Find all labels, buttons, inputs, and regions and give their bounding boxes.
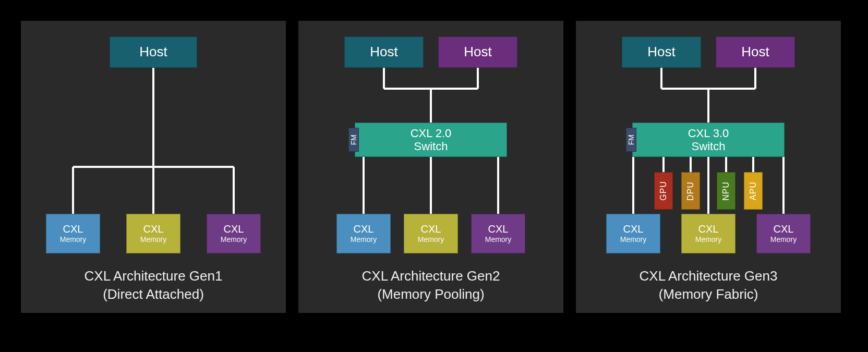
host-label: Host [139, 44, 167, 60]
cxl-memory-1: CXL Memory [46, 214, 100, 253]
switch-box: CXL 2.0 Switch [355, 123, 507, 157]
mem-sub: Memory [351, 235, 377, 244]
accel-npu: NPU [717, 172, 736, 210]
host-a-box: Host [622, 37, 701, 68]
switch-box: CXL 3.0 Switch [632, 123, 785, 157]
accel-label: NPU [721, 181, 731, 201]
cxl-memory-1: CXL Memory [336, 214, 391, 253]
panel-gen3: Host Host CXL 3.0 Switch FM GPU DPU NPU … [576, 21, 841, 313]
host-a-label: Host [647, 44, 675, 60]
accel-dpu: DPU [681, 172, 700, 210]
host-a-label: Host [370, 44, 397, 60]
fm-tag: FM [348, 128, 359, 152]
host-box: Host [110, 37, 197, 68]
mem-title: CXL [63, 223, 83, 235]
cxl-memory-3: CXL Memory [207, 214, 261, 253]
caption-gen3: CXL Architecture Gen3 (Memory Fabric) [576, 267, 841, 304]
host-b-box: Host [438, 37, 517, 68]
mem-sub: Memory [60, 235, 87, 244]
caption-line2: (Direct Attached) [21, 285, 286, 304]
caption-gen2: CXL Architecture Gen2 (Memory Pooling) [298, 267, 563, 304]
accel-label: GPU [659, 181, 668, 201]
mem-title: CXL [623, 223, 644, 235]
mem-sub: Memory [770, 235, 797, 244]
mem-title: CXL [421, 223, 441, 235]
cxl-memory-3: CXL Memory [471, 214, 525, 253]
fm-tag: FM [626, 128, 636, 152]
panel-gen1: Host CXL Memory CXL Memory CXL Memory CX… [21, 21, 286, 313]
accel-label: DPU [686, 181, 695, 201]
mem-sub: Memory [221, 235, 247, 244]
fm-label: FM [349, 135, 358, 145]
switch-line1: CXL 3.0 [688, 127, 729, 140]
mem-sub: Memory [695, 235, 722, 244]
accel-label: APU [749, 181, 758, 200]
switch-line1: CXL 2.0 [411, 127, 452, 140]
mem-sub: Memory [140, 235, 167, 244]
mem-title: CXL [224, 223, 244, 235]
mem-title: CXL [143, 223, 164, 235]
host-b-box: Host [716, 37, 795, 68]
caption-line1: CXL Architecture Gen2 [298, 267, 563, 285]
mem-sub: Memory [620, 235, 647, 244]
mem-sub: Memory [418, 235, 444, 244]
caption-line2: (Memory Fabric) [576, 285, 841, 304]
cxl-memory-2: CXL Memory [404, 214, 458, 253]
switch-line2: Switch [414, 140, 448, 153]
cxl-memory-3: CXL Memory [756, 214, 811, 253]
cxl-memory-2: CXL Memory [681, 214, 736, 253]
switch-line2: Switch [692, 140, 726, 153]
caption-line1: CXL Architecture Gen3 [576, 267, 841, 285]
caption-gen1: CXL Architecture Gen1 (Direct Attached) [21, 267, 286, 304]
mem-title: CXL [774, 223, 794, 235]
panel-gen2: Host Host CXL 2.0 Switch FM CXL Memory C… [298, 21, 563, 313]
diagram-wrap: Host CXL Memory CXL Memory CXL Memory CX… [0, 0, 868, 329]
host-a-box: Host [344, 37, 424, 68]
accel-apu: APU [744, 172, 763, 210]
host-b-label: Host [464, 44, 491, 60]
host-b-label: Host [741, 44, 769, 60]
mem-sub: Memory [485, 235, 512, 244]
mem-title: CXL [698, 223, 719, 235]
caption-line2: (Memory Pooling) [298, 285, 563, 304]
cxl-memory-2: CXL Memory [126, 214, 180, 253]
mem-title: CXL [354, 223, 374, 235]
fm-label: FM [627, 135, 635, 145]
cxl-memory-1: CXL Memory [606, 214, 660, 253]
caption-line1: CXL Architecture Gen1 [21, 267, 286, 285]
mem-title: CXL [488, 223, 509, 235]
accel-gpu: GPU [654, 172, 673, 210]
